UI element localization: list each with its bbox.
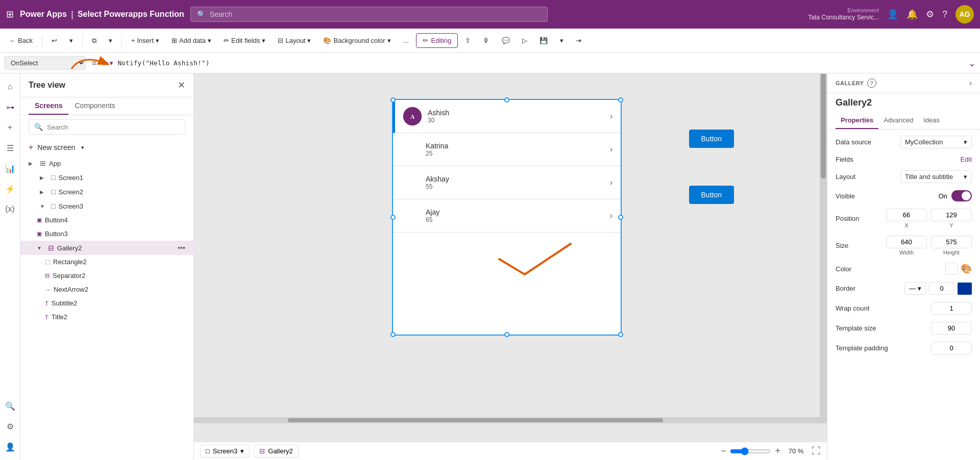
global-search[interactable]: 🔍 <box>190 7 548 22</box>
handle-bm[interactable] <box>504 332 509 337</box>
tree-item-gallery2[interactable]: ▼ ⊟ Gallery2 ••• <box>20 241 193 255</box>
tab-advanced[interactable]: Advanced <box>878 112 918 129</box>
tree-item-screen2[interactable]: ▶ □ Screen2 <box>20 185 193 199</box>
tree-search-input[interactable] <box>47 123 180 131</box>
tree-item-subtitle2[interactable]: T Subtitle2 <box>20 296 193 310</box>
audio-button[interactable]: 🎙 <box>478 34 495 47</box>
data-source-dropdown[interactable]: MyCollection ▾ <box>900 136 972 148</box>
size-width-input[interactable] <box>886 236 927 248</box>
tree-close-button[interactable]: ✕ <box>178 80 185 91</box>
insert-icon[interactable]: + <box>1 118 19 137</box>
fx-indicator[interactable]: fx ▾ <box>103 59 113 67</box>
wrap-count-input[interactable] <box>931 302 972 315</box>
gallery-tab[interactable]: ⊟ Gallery2 <box>254 445 298 457</box>
formula-input[interactable] <box>117 59 964 67</box>
tab-properties[interactable]: Properties <box>836 112 878 129</box>
handle-mr[interactable] <box>618 215 623 220</box>
tree-item-screen3[interactable]: ▼ □ Screen3 <box>20 199 193 213</box>
template-padding-input[interactable] <box>931 342 972 354</box>
tree-item-button3[interactable]: ▣ Button3 <box>20 227 193 241</box>
publish-button[interactable]: ⇥ <box>571 34 586 47</box>
canvas-button-2[interactable]: Button <box>689 186 734 204</box>
expand-panel-button[interactable]: › <box>969 79 972 88</box>
gallery-component[interactable]: A Ashish 30 › <box>392 99 622 336</box>
insert-button[interactable]: + Insert ▾ <box>126 34 164 47</box>
zoom-out-button[interactable]: − <box>721 446 726 456</box>
handle-tl[interactable] <box>390 97 396 103</box>
tree-item-rectangle2[interactable]: ⬚ Rectangle2 <box>20 255 193 269</box>
screen-tab[interactable]: □ Screen3 ▾ <box>200 445 250 457</box>
tree-item-title2[interactable]: T Title2 <box>20 310 193 324</box>
border-width-input[interactable] <box>929 282 954 295</box>
add-data-button[interactable]: ⊞ Add data ▾ <box>166 34 216 47</box>
tree-item-separator2[interactable]: ⊟ Separator2 <box>20 269 193 283</box>
position-x-input[interactable] <box>886 209 927 221</box>
handle-ml[interactable] <box>390 215 396 220</box>
template-size-input[interactable] <box>931 322 972 335</box>
canvas-button-1[interactable]: Button <box>689 130 734 148</box>
data-icon[interactable]: ☰ <box>1 139 19 157</box>
gallery-row-3[interactable]: Ajay 65 › <box>393 199 621 233</box>
zoom-slider[interactable] <box>730 447 771 455</box>
property-selector[interactable]: OnSelect <box>4 56 86 70</box>
back-button[interactable]: ← Back <box>4 34 38 47</box>
gallery-row-0[interactable]: A Ashish 30 › <box>393 100 621 133</box>
undo-button[interactable]: ↩ <box>46 34 62 47</box>
handle-tm[interactable] <box>504 97 509 103</box>
position-y-input[interactable] <box>931 209 972 221</box>
fullscreen-button[interactable]: ⛶ <box>812 446 821 456</box>
tab-ideas[interactable]: Ideas <box>918 112 945 129</box>
gallery-row-2[interactable]: Akshay 55 › <box>393 166 621 199</box>
tree-item-button4[interactable]: ▣ Button4 <box>20 213 193 227</box>
search-input[interactable] <box>210 10 541 18</box>
edit-fields-button[interactable]: ✏ Edit fields ▾ <box>218 34 271 47</box>
color-swatch[interactable] <box>945 263 958 275</box>
more-options-button[interactable]: ••• <box>178 244 185 252</box>
comment-button[interactable]: 💬 <box>497 34 515 47</box>
account-icon[interactable]: 👤 <box>1 438 19 456</box>
layout-button[interactable]: ⊟ Layout ▾ <box>273 34 316 47</box>
expand-formula-button[interactable]: ⌄ <box>968 58 976 69</box>
border-color-swatch[interactable] <box>958 283 972 295</box>
border-style-dropdown[interactable]: — ▾ <box>904 282 926 295</box>
canvas-scroll[interactable]: A Ashish 30 › <box>194 73 827 442</box>
tab-components[interactable]: Components <box>68 97 121 115</box>
search-bottom-icon[interactable]: 🔍 <box>1 397 19 415</box>
settings-bottom-icon[interactable]: ⚙ <box>1 417 19 436</box>
new-screen-button[interactable]: + New screen ▾ <box>20 139 193 156</box>
tree-item-screen1[interactable]: ▶ □ Screen1 <box>20 170 193 185</box>
variable-icon[interactable]: (x) <box>1 200 19 218</box>
paste-dropdown[interactable]: ▾ <box>104 34 117 47</box>
handle-tr[interactable] <box>618 97 623 103</box>
horizontal-scrollbar[interactable] <box>194 417 820 423</box>
fields-edit-button[interactable]: Edit <box>961 156 972 163</box>
help-icon[interactable]: ? <box>942 9 947 20</box>
handle-br[interactable] <box>618 332 623 337</box>
tree-item-nextarrow2[interactable]: → NextArrow2 <box>20 283 193 296</box>
handle-bl[interactable] <box>390 332 396 337</box>
tree-item-app[interactable]: ▶ ⊞ App <box>20 156 193 170</box>
grid-icon[interactable]: ⊞ <box>6 9 14 20</box>
visible-toggle[interactable] <box>951 190 972 201</box>
play-button[interactable]: ▷ <box>517 34 532 47</box>
gallery-row-1[interactable]: Katrina 25 › <box>393 133 621 166</box>
save-button[interactable]: 💾 <box>534 34 553 47</box>
size-height-input[interactable] <box>931 236 972 248</box>
bell-icon[interactable]: 🔔 <box>906 9 918 20</box>
tree-view-icon[interactable]: ⊶ <box>1 98 19 116</box>
layout-dropdown[interactable]: Title and subtitle ▾ <box>900 170 972 183</box>
redo-dropdown[interactable]: ▾ <box>64 34 78 47</box>
more-button[interactable]: ... <box>398 34 414 47</box>
avatar[interactable]: AG <box>955 5 974 23</box>
editing-button[interactable]: ✏ Editing <box>416 33 458 48</box>
tab-screens[interactable]: Screens <box>29 97 68 115</box>
help-circle-button[interactable]: ? <box>867 79 876 88</box>
settings-icon[interactable]: ⚙ <box>926 9 934 20</box>
person-icon[interactable]: 👤 <box>887 9 898 20</box>
connections-icon[interactable]: ⚡ <box>1 180 19 198</box>
analytics-icon[interactable]: 📊 <box>1 159 19 177</box>
background-color-button[interactable]: 🎨 Background color ▾ <box>318 34 396 47</box>
home-icon[interactable]: ⌂ <box>1 78 19 96</box>
zoom-in-button[interactable]: + <box>775 446 780 456</box>
share-button[interactable]: ⇧ <box>460 34 476 47</box>
